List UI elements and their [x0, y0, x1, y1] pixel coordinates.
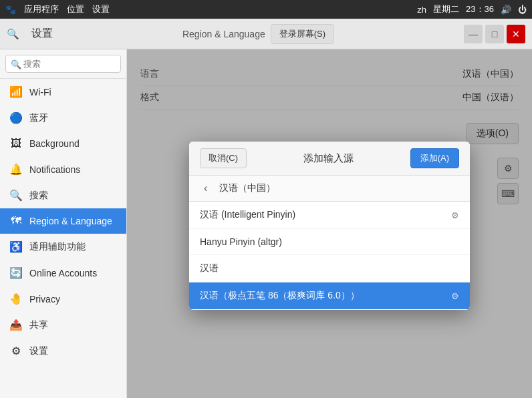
item-settings-icon-0: ⚙ — [451, 210, 459, 220]
main-content: 语言 汉语（中国） 格式 中国（汉语） 选项(O) ⚙ — [127, 49, 532, 398]
sidebar-item-privacy[interactable]: 🤚 Privacy — [0, 286, 126, 312]
search-icon[interactable]: 🔍 — [7, 28, 19, 40]
sidebar-item-accessibility[interactable]: ♿ 通用辅助功能 — [0, 234, 126, 260]
settings-window: 🔍 设置 Region & Language 登录屏幕(S) — □ ✕ 🔍 📶 — [0, 19, 532, 398]
item-settings-icon-3: ⚙ — [451, 291, 459, 301]
region-label: Region & Language — [182, 29, 265, 39]
background-icon: 🖼 — [9, 138, 23, 150]
app-titlebar: 🔍 设置 Region & Language 登录屏幕(S) — □ ✕ — [0, 19, 532, 49]
dialog-titlebar: 取消(C) 添加输入源 添加(A) — [189, 142, 470, 176]
sidebar-label-online-accounts: Online Accounts — [29, 268, 97, 278]
sidebar-item-bluetooth[interactable]: 🔵 蓝牙 — [0, 105, 126, 131]
sidebar-label-search: 搜索 — [29, 190, 48, 202]
sidebar-label-accessibility: 通用辅助功能 — [29, 241, 86, 253]
notifications-icon: 🔔 — [9, 163, 23, 176]
accessibility-icon: ♿ — [9, 240, 23, 253]
item-label-0: 汉语 (Intelligent Pinyin) — [200, 209, 295, 221]
overlay-backdrop[interactable]: 取消(C) 添加输入源 添加(A) ‹ 汉语（中国） 汉语 (Intellige… — [127, 49, 532, 398]
power-icon[interactable]: ⏻ — [518, 5, 527, 15]
sidebar-label-bluetooth: 蓝牙 — [29, 112, 48, 124]
item-label-3: 汉语（极点五笔 86（极爽词库 6.0）） — [200, 290, 360, 302]
item-label-2: 汉语 — [200, 262, 219, 274]
sidebar-search-input[interactable] — [5, 55, 121, 73]
sidebar-label-wifi: Wi-Fi — [29, 87, 51, 97]
system-bar-left: 🐾 应用程序 位置 设置 — [5, 3, 110, 15]
system-bar-right: zh 星期二 23：36 🔊 ⏻ — [417, 3, 527, 15]
sidebar-item-notifications[interactable]: 🔔 Notifications — [0, 156, 126, 182]
app-icon: 🐾 — [5, 5, 16, 15]
sidebar-label-privacy: Privacy — [29, 294, 60, 305]
volume-icon[interactable]: 🔊 — [501, 5, 511, 15]
sidebar-item-wifi[interactable]: 📶 Wi-Fi — [0, 79, 126, 105]
login-screen-button[interactable]: 登录屏幕(S) — [271, 24, 334, 44]
list-item[interactable]: 汉语 — [189, 255, 470, 282]
sidebar: 🔍 📶 Wi-Fi 🔵 蓝牙 🖼 Background 🔔 Notificati… — [0, 49, 127, 398]
back-button[interactable]: ‹ — [200, 181, 211, 196]
list-item[interactable]: Hanyu Pinyin (altgr) — [189, 229, 470, 255]
titlebar-left: 🔍 设置 — [7, 27, 53, 41]
region-icon: 🗺 — [9, 215, 23, 227]
maximize-button[interactable]: □ — [485, 25, 504, 43]
content-area: 🔍 📶 Wi-Fi 🔵 蓝牙 🖼 Background 🔔 Notificati… — [0, 49, 532, 398]
sidebar-label-notifications: Notifications — [29, 164, 80, 175]
sharing-icon: 📤 — [9, 319, 23, 331]
sidebar-search-icon: 🔍 — [11, 59, 21, 69]
close-button[interactable]: ✕ — [507, 25, 525, 43]
settings2-icon: ⚙ — [9, 345, 23, 357]
sidebar-item-region[interactable]: 🗺 Region & Language — [0, 208, 126, 234]
privacy-icon: 🤚 — [9, 292, 23, 305]
language-indicator: zh — [417, 5, 426, 15]
wifi-icon: 📶 — [9, 85, 23, 98]
system-bar: 🐾 应用程序 位置 设置 zh 星期二 23：36 🔊 ⏻ — [0, 0, 532, 19]
minimize-button[interactable]: — — [464, 25, 483, 43]
sidebar-item-search[interactable]: 🔍 搜索 — [0, 182, 126, 208]
window-controls: — □ ✕ — [464, 25, 525, 43]
sidebar-item-sharing[interactable]: 📤 共享 — [0, 312, 126, 338]
settings-menu[interactable]: 设置 — [92, 3, 110, 15]
list-item[interactable]: 汉语 (Intelligent Pinyin) ⚙ — [189, 202, 470, 229]
titlebar-center-right: Region & Language 登录屏幕(S) — [182, 24, 334, 44]
day-label: 星期二 — [433, 3, 459, 15]
time-label: 23：36 — [466, 3, 494, 15]
locations-menu[interactable]: 位置 — [67, 3, 84, 15]
sidebar-item-online-accounts[interactable]: 🔄 Online Accounts — [0, 260, 126, 286]
dialog-add-button[interactable]: 添加(A) — [410, 148, 459, 168]
list-item-selected[interactable]: 汉语（极点五笔 86（极爽词库 6.0）） ⚙ — [189, 282, 470, 310]
dialog-cancel-button[interactable]: 取消(C) — [200, 148, 247, 168]
input-source-list: 汉语 (Intelligent Pinyin) ⚙ Hanyu Pinyin (… — [189, 202, 470, 310]
sidebar-label-region: Region & Language — [29, 216, 112, 226]
sidebar-label-background: Background — [29, 138, 80, 149]
sidebar-label-settings2: 设置 — [29, 345, 48, 357]
app-menu[interactable]: 应用程序 — [24, 3, 59, 15]
app-title: 设置 — [31, 27, 53, 41]
sidebar-item-background[interactable]: 🖼 Background — [0, 131, 126, 156]
search-sidebar-icon: 🔍 — [9, 189, 23, 202]
sidebar-label-sharing: 共享 — [29, 319, 48, 331]
dialog-nav: ‹ 汉语（中国） — [189, 176, 470, 202]
item-label-1: Hanyu Pinyin (altgr) — [200, 236, 282, 247]
online-accounts-icon: 🔄 — [9, 266, 23, 279]
nav-label: 汉语（中国） — [219, 182, 275, 194]
sidebar-search-area: 🔍 — [0, 49, 126, 79]
add-input-source-dialog: 取消(C) 添加输入源 添加(A) ‹ 汉语（中国） 汉语 (Intellige… — [189, 142, 470, 310]
search-wrap: 🔍 — [5, 55, 121, 73]
bluetooth-icon: 🔵 — [9, 112, 23, 124]
dialog-title: 添加输入源 — [247, 152, 410, 165]
sidebar-item-settings2[interactable]: ⚙ 设置 — [0, 338, 126, 364]
